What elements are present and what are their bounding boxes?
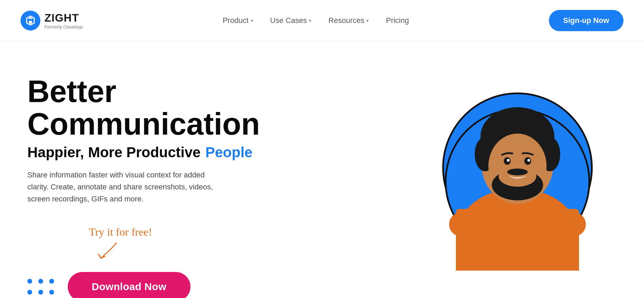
dot	[49, 290, 54, 295]
hero-title: Better Communication	[27, 75, 267, 140]
hero-section: Better Communication Happier, More Produ…	[0, 41, 644, 298]
logo-text: ZIGHT Formerly CloudApp	[44, 12, 83, 29]
nav-links: Product ▾ Use Cases ▾ Resources ▾ Pricin…	[223, 16, 409, 25]
logo-icon	[21, 11, 40, 30]
logo-subtitle: Formerly CloudApp	[44, 24, 83, 29]
hero-subtitle: Happier, More Productive People	[27, 144, 267, 161]
download-button[interactable]: Download Now	[68, 272, 190, 298]
svg-rect-8	[466, 223, 569, 241]
person-illustration	[429, 79, 606, 271]
svg-point-2	[29, 21, 32, 24]
dot	[38, 290, 43, 295]
try-free-label: Try it for free!	[89, 226, 152, 238]
nav-item-resources[interactable]: Resources ▾	[328, 16, 369, 25]
dot	[27, 279, 32, 284]
dot	[38, 279, 43, 284]
navbar: ZIGHT Formerly CloudApp Product ▾ Use Ca…	[0, 0, 644, 41]
person-svg	[429, 79, 606, 271]
chevron-down-icon: ▾	[251, 18, 253, 23]
download-area: Download Now	[27, 272, 267, 298]
nav-item-use-cases[interactable]: Use Cases ▾	[270, 16, 312, 25]
try-free-annotation: Try it for free!	[89, 226, 152, 262]
svg-point-19	[527, 159, 530, 162]
svg-point-18	[507, 159, 510, 162]
chevron-down-icon: ▾	[366, 18, 369, 23]
decorative-dots	[27, 279, 54, 295]
dot	[27, 290, 32, 295]
dot	[49, 279, 54, 284]
chevron-down-icon: ▾	[309, 18, 311, 23]
arrow-icon	[96, 241, 123, 262]
svg-point-22	[507, 169, 528, 175]
hero-left: Better Communication Happier, More Produ…	[27, 69, 267, 298]
hero-description: Share information faster with visual con…	[27, 169, 226, 205]
nav-item-product[interactable]: Product ▾	[223, 16, 253, 25]
nav-item-pricing[interactable]: Pricing	[386, 16, 409, 25]
hero-right	[418, 69, 617, 271]
signup-button[interactable]: Sign-up Now	[549, 10, 623, 31]
logo-link[interactable]: ZIGHT Formerly CloudApp	[21, 11, 83, 30]
logo-name: ZIGHT	[44, 12, 83, 24]
